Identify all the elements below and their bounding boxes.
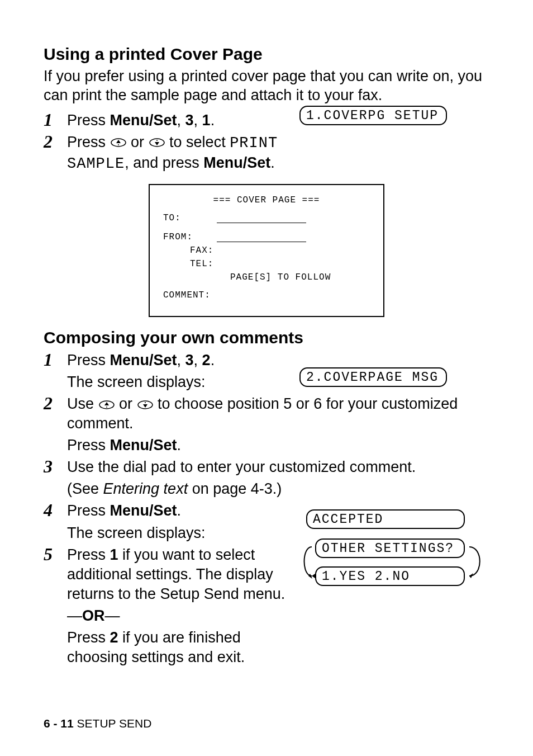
lcd-coverpg-setup: 1.COVERPG SETUP <box>299 106 447 125</box>
intro-paragraph: If you prefer using a printed cover page… <box>44 67 489 105</box>
cover-page-diagram: === COVER PAGE === TO: FROM: FAX: TEL: P… <box>149 184 384 317</box>
heading-composing-comments: Composing your own comments <box>44 328 489 347</box>
down-arrow-icon <box>137 400 154 410</box>
cover-from-line <box>217 235 306 242</box>
lcd-yes-no: 1.YES 2.NO <box>315 566 465 586</box>
cover-to-line <box>217 216 306 223</box>
step-number-2: 2 <box>44 133 67 152</box>
lcd-coverpage-msg: 2.COVERPAGE MSG <box>299 367 447 387</box>
lcd-accepted: ACCEPTED <box>306 509 465 529</box>
step2-number-3: 3 <box>44 457 67 476</box>
svg-point-3 <box>156 140 158 141</box>
down-arrow-icon <box>149 138 165 148</box>
step2-number-4: 4 <box>44 501 67 520</box>
page-number: 6 - 11 <box>44 717 74 730</box>
svg-point-7 <box>145 402 146 403</box>
heading-cover-page: Using a printed Cover Page <box>44 45 489 64</box>
step2-2-body: Use or to choose position 5 or 6 for you… <box>67 394 489 455</box>
step2-number-1: 1 <box>44 351 67 370</box>
cover-fax-label: FAX: <box>190 245 213 256</box>
up-arrow-icon <box>98 400 115 410</box>
link-entering-text[interactable]: Entering text <box>103 480 188 497</box>
cover-from-label: FROM: <box>163 232 213 242</box>
step-number-1: 1 <box>44 111 67 130</box>
step2-3-body: Use the dial pad to enter your customize… <box>67 457 489 499</box>
up-arrow-icon <box>110 138 127 148</box>
cover-tel-label: TEL: <box>190 259 213 269</box>
footer-section: SETUP SEND <box>74 717 152 730</box>
lcd-other-settings: OTHER SETTINGS? <box>315 538 465 558</box>
step2-number-5: 5 <box>44 545 67 564</box>
cover-to-label: TO: <box>163 213 213 223</box>
cover-pages-follow: PAGE[S] TO FOLLOW <box>163 272 370 282</box>
cover-comment-label: COMMENT: <box>163 290 211 300</box>
page-footer: 6 - 11 SETUP SEND <box>44 717 151 730</box>
step-2-body: Press or to select PRINT SAMPLE, and pre… <box>67 133 489 174</box>
svg-point-1 <box>118 144 119 145</box>
svg-point-5 <box>106 407 107 408</box>
step2-5-body: Press 1 if you want to select additional… <box>67 545 291 668</box>
cover-title: === COVER PAGE === <box>163 195 370 205</box>
step2-number-2: 2 <box>44 394 67 413</box>
